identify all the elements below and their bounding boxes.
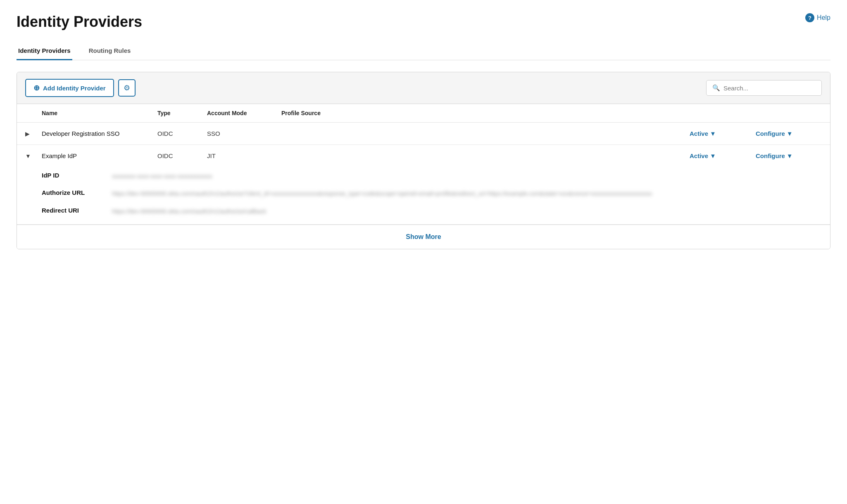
page-header: Identity Providers ? Help	[17, 13, 830, 31]
help-link[interactable]: ? Help	[805, 13, 830, 22]
redirect-uri-value: https://dev-00000000.okta.com/oauth2/v1/…	[112, 207, 822, 216]
detail-redirect-uri: Redirect URI https://dev-00000000.okta.c…	[42, 207, 822, 216]
row-type-example-idp: OIDC	[157, 152, 207, 159]
help-icon: ?	[805, 13, 814, 22]
detail-authorize-url: Authorize URL https://dev-00000000.okta.…	[42, 189, 822, 198]
status-chevron-icon: ▼	[710, 130, 716, 137]
row-account-mode-example-idp: JIT	[207, 152, 281, 159]
row-main-example-idp: ▼ Example IdP OIDC JIT Active ▼ Configur…	[17, 145, 830, 167]
configure-chevron-icon-2: ▼	[787, 152, 793, 159]
configure-button-example-idp[interactable]: Configure ▼	[756, 152, 822, 159]
idp-id-label: IdP ID	[42, 172, 108, 179]
row-account-mode-dev-reg-sso: SSO	[207, 130, 281, 137]
tabs: Identity Providers Routing Rules	[17, 42, 830, 60]
col-profile-source: Profile Source	[281, 110, 690, 116]
configure-chevron-icon: ▼	[787, 130, 793, 137]
col-expand	[25, 110, 42, 116]
col-configure	[756, 110, 822, 116]
show-more-button[interactable]: Show More	[406, 233, 441, 241]
authorize-url-value: https://dev-00000000.okta.com/oauth2/v1/…	[112, 189, 822, 198]
authorize-url-label: Authorize URL	[42, 189, 108, 196]
row-details-example-idp: IdP ID xxxxxxxx-xxxx-xxxx-xxxx-xxxxxxxxx…	[17, 167, 830, 224]
redirect-uri-label: Redirect URI	[42, 207, 108, 214]
row-main-dev-reg-sso: ▶ Developer Registration SSO OIDC SSO Ac…	[17, 123, 830, 144]
tab-routing-rules[interactable]: Routing Rules	[87, 42, 133, 60]
provider-row-dev-reg-sso: ▶ Developer Registration SSO OIDC SSO Ac…	[17, 123, 830, 145]
toolbar-left: ⊕ Add Identity Provider ⚙	[25, 79, 136, 97]
page-title: Identity Providers	[17, 13, 142, 31]
search-icon: 🔍	[712, 84, 720, 92]
add-identity-provider-button[interactable]: ⊕ Add Identity Provider	[25, 79, 114, 97]
gear-icon: ⚙	[124, 83, 130, 92]
status-chevron-icon-2: ▼	[710, 152, 716, 159]
row-type-dev-reg-sso: OIDC	[157, 130, 207, 137]
toolbar: ⊕ Add Identity Provider ⚙ 🔍	[17, 72, 830, 104]
col-account-mode: Account Mode	[207, 110, 281, 116]
configure-button-dev-reg-sso[interactable]: Configure ▼	[756, 130, 822, 137]
row-name-dev-reg-sso: Developer Registration SSO	[42, 130, 157, 137]
col-name: Name	[42, 110, 157, 116]
add-icon: ⊕	[33, 83, 40, 92]
status-button-dev-reg-sso[interactable]: Active ▼	[690, 130, 756, 137]
settings-button[interactable]: ⚙	[118, 79, 136, 97]
status-button-example-idp[interactable]: Active ▼	[690, 152, 756, 159]
search-box: 🔍	[706, 80, 822, 96]
expand-chevron-example-idp[interactable]: ▼	[25, 153, 42, 159]
row-name-example-idp: Example IdP	[42, 152, 157, 159]
col-status	[690, 110, 756, 116]
show-more-section: Show More	[17, 225, 830, 249]
expand-chevron-dev-reg-sso[interactable]: ▶	[25, 130, 42, 137]
help-label: Help	[817, 14, 830, 21]
main-panel: ⊕ Add Identity Provider ⚙ 🔍 Name Type Ac…	[17, 72, 830, 249]
col-type: Type	[157, 110, 207, 116]
search-input[interactable]	[723, 85, 816, 92]
idp-id-value: xxxxxxxx-xxxx-xxxx-xxxx-xxxxxxxxxxxx	[112, 172, 822, 181]
table-header: Name Type Account Mode Profile Source	[17, 104, 830, 123]
detail-idp-id: IdP ID xxxxxxxx-xxxx-xxxx-xxxx-xxxxxxxxx…	[42, 172, 822, 181]
tab-identity-providers[interactable]: Identity Providers	[17, 42, 72, 60]
provider-row-example-idp: ▼ Example IdP OIDC JIT Active ▼ Configur…	[17, 145, 830, 225]
